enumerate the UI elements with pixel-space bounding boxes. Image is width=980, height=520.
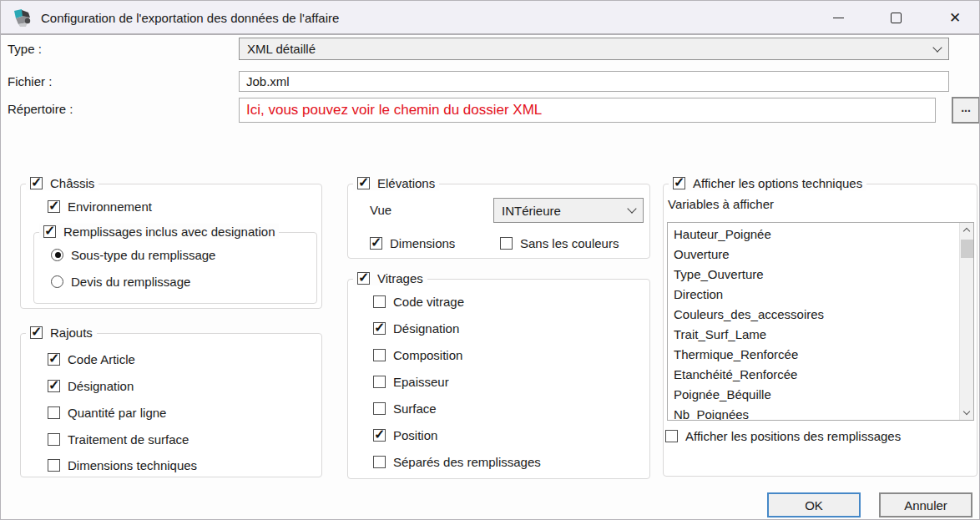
dimensions-label: Dimensions <box>390 236 455 250</box>
checkbox-icon <box>373 322 386 335</box>
checkbox-icon <box>673 177 685 189</box>
maximize-icon <box>891 13 902 23</box>
code-vitrage-checkbox[interactable]: Code vitrage <box>373 294 464 309</box>
vitrage-designation-checkbox[interactable]: Désignation <box>373 321 459 336</box>
elevations-checkbox[interactable]: Elévations <box>353 175 439 190</box>
surface-label: Surface <box>393 401 437 416</box>
title-bar: Configuration de l'exportation des donné… <box>1 1 979 35</box>
export-config-dialog: Configuration de l'exportation des donné… <box>0 0 980 520</box>
dimensions-techniques-checkbox[interactable]: Dimensions techniques <box>48 457 197 472</box>
close-button[interactable]: ✕ <box>936 1 974 34</box>
app-logo-icon <box>12 8 33 28</box>
variables-list: Hauteur_Poignée Ouverture Type_Ouverture… <box>668 225 958 420</box>
checkbox-icon <box>500 237 513 250</box>
checkbox-icon <box>357 272 370 285</box>
fichier-input-value: Job.xml <box>246 74 290 88</box>
epaisseur-label: Epaisseur <box>393 375 449 389</box>
rajouts-label: Rajouts <box>50 326 93 340</box>
vitrage-designation-label: Désignation <box>393 321 459 336</box>
radio-icon <box>51 275 63 288</box>
group-options-techniques: Afficher les options techniques Variable… <box>663 184 977 477</box>
vue-select[interactable]: INTérieure <box>493 198 644 223</box>
rajouts-checkbox[interactable]: Rajouts <box>26 325 97 340</box>
close-icon: ✕ <box>949 11 961 25</box>
scrollbar-thumb[interactable] <box>961 240 973 258</box>
scroll-down-button[interactable] <box>960 406 973 420</box>
checkbox-icon <box>665 430 678 442</box>
positions-remplissages-checkbox[interactable]: Afficher les positions des remplissages <box>665 428 901 443</box>
variables-listbox[interactable]: Hauteur_Poignée Ouverture Type_Ouverture… <box>667 222 974 421</box>
quantite-label: Quantité par ligne <box>68 406 166 420</box>
fichier-input[interactable]: Job.xml <box>239 71 949 92</box>
checkbox-icon <box>373 429 386 442</box>
chassis-checkbox[interactable]: Châssis <box>26 175 99 190</box>
list-item[interactable]: Thermique_Renforcée <box>668 345 958 365</box>
ok-button[interactable]: OK <box>767 492 861 517</box>
dialog-title: Configuration de l'exportation des donné… <box>41 1 339 35</box>
environnement-checkbox[interactable]: Environnement <box>48 199 152 214</box>
type-select[interactable]: XML détaillé <box>239 38 949 60</box>
checkbox-icon <box>373 295 386 308</box>
checkbox-icon <box>48 200 60 213</box>
epaisseur-checkbox[interactable]: Epaisseur <box>373 374 449 389</box>
list-item[interactable]: Ouverture <box>668 245 958 265</box>
composition-checkbox[interactable]: Composition <box>373 347 462 362</box>
designation-checkbox[interactable]: Désignation <box>48 378 134 393</box>
cancel-button[interactable]: Annuler <box>879 492 972 517</box>
positions-remplissages-label: Afficher les positions des remplissages <box>685 429 901 443</box>
traitement-checkbox[interactable]: Traitement de surface <box>48 432 189 447</box>
chassis-label: Châssis <box>50 176 94 190</box>
vitrages-checkbox[interactable]: Vitrages <box>353 270 427 285</box>
elevations-label: Elévations <box>377 176 435 190</box>
dimensions-techniques-label: Dimensions techniques <box>68 458 197 472</box>
list-item[interactable]: Nb_Poignées <box>668 405 958 420</box>
browse-button[interactable]: ... <box>952 97 980 124</box>
checkbox-icon <box>30 326 43 339</box>
surface-checkbox[interactable]: Surface <box>373 401 437 416</box>
list-item[interactable]: Poignée_Béquille <box>668 385 958 405</box>
sans-couleurs-checkbox[interactable]: Sans les couleurs <box>500 235 619 250</box>
checkbox-icon <box>373 349 386 361</box>
checkbox-icon <box>30 177 43 189</box>
devis-label: Devis du remplissage <box>71 275 190 289</box>
separes-checkbox[interactable]: Séparés des remplissages <box>373 454 541 469</box>
checkbox-icon <box>43 225 56 238</box>
type-label: Type : <box>8 42 42 56</box>
type-select-value: XML détaillé <box>247 42 316 56</box>
list-item[interactable]: Type_Ouverture <box>668 265 958 285</box>
scrollbar[interactable] <box>959 223 973 420</box>
list-item[interactable]: Couleurs_des_accessoires <box>668 305 958 325</box>
remplissages-checkbox[interactable]: Remplissages inclus avec designation <box>39 224 279 239</box>
checkbox-icon <box>357 177 370 189</box>
group-elevations: Elévations Vue INTérieure Dimensions San… <box>347 184 650 259</box>
options-techniques-checkbox[interactable]: Afficher les options techniques <box>669 175 866 190</box>
repertoire-input-value: Ici, vous pouvez voir le chemin du dossi… <box>246 102 542 119</box>
group-chassis: Châssis Environnement Remplissages inclu… <box>20 184 322 309</box>
fichier-label: Fichier : <box>8 74 52 88</box>
variables-label: Variables à afficher <box>668 197 774 211</box>
checkbox-icon <box>370 237 382 250</box>
quantite-checkbox[interactable]: Quantité par ligne <box>48 405 166 420</box>
list-item[interactable]: Direction <box>668 285 958 305</box>
list-item[interactable]: Hauteur_Poignée <box>668 225 958 245</box>
scroll-up-button[interactable] <box>960 223 973 237</box>
chevron-down-icon <box>932 43 942 52</box>
radio-devis[interactable]: Devis du remplissage <box>51 274 190 289</box>
environnement-label: Environnement <box>68 199 152 214</box>
minimize-button[interactable] <box>819 1 857 34</box>
dimensions-checkbox[interactable]: Dimensions <box>370 235 455 250</box>
maximize-button[interactable] <box>876 1 915 34</box>
repertoire-input[interactable]: Ici, vous pouvez voir le chemin du dossi… <box>239 98 936 123</box>
chevron-down-icon <box>627 204 636 213</box>
remplissages-label: Remplissages inclus avec designation <box>63 225 275 239</box>
list-item[interactable]: Etanchéité_Renforcée <box>668 365 958 385</box>
code-article-checkbox[interactable]: Code Article <box>48 351 135 366</box>
designation-label: Désignation <box>68 379 134 393</box>
radio-icon <box>51 249 63 261</box>
radio-sous-type[interactable]: Sous-type du remplissage <box>51 247 215 262</box>
checkbox-icon <box>48 406 60 419</box>
code-article-label: Code Article <box>68 352 135 366</box>
position-checkbox[interactable]: Position <box>373 427 437 442</box>
list-item[interactable]: Trait_Surf_Lame <box>668 325 958 345</box>
sous-type-label: Sous-type du remplissage <box>71 248 215 262</box>
